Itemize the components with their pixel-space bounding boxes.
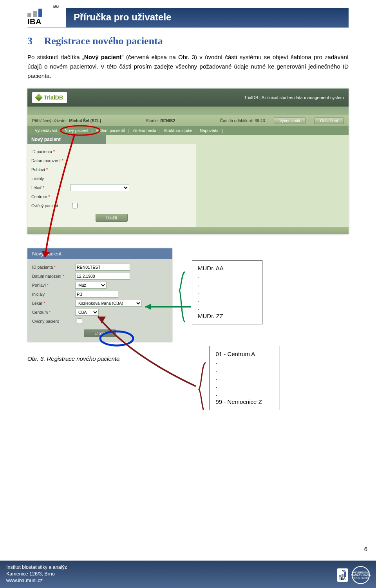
nav-share[interactable]: Sdílení pacientů [94, 128, 127, 133]
info-bar: Přihlášený uživatel: Michal Šel (SEL) St… [27, 115, 349, 126]
label-dob: Datum narození * [31, 158, 70, 163]
row2-dob: Datum narození * [32, 272, 168, 280]
select-study-button[interactable]: Vyber studii [274, 118, 306, 124]
iba-logo: MU IBA [27, 5, 59, 27]
logo-mu-text: MU [27, 5, 59, 9]
header-underline [27, 27, 349, 28]
form-footer-bar [27, 227, 349, 234]
info-time-label: Čas do odhlášení: [220, 118, 253, 123]
row2-initials: Iniciály [32, 290, 168, 298]
row-id: ID pacienta * [31, 148, 192, 156]
screenshot-filled: Nový pacient ID pacienta * Datum narozen… [27, 248, 172, 342]
label-sex: Pohlaví * [31, 167, 70, 172]
label2-doctor: Lékař * [32, 301, 75, 306]
row2-id: ID pacienta * [32, 263, 168, 271]
label2-id: ID pacienta * [32, 265, 75, 270]
label-doctor: Lékař * [31, 185, 70, 190]
row2-training: Cvičný pacient [32, 317, 168, 325]
app-topbar: TrialDB TrialDB | A clinical studies dat… [27, 89, 349, 107]
row2-doctor: Lékař * Kazlepková Ivana (CBA) [32, 299, 168, 307]
doctor-select-empty[interactable] [70, 184, 129, 191]
logout-button[interactable]: Odhlášení [314, 118, 344, 124]
panel-title-filled: Nový pacient [27, 248, 172, 259]
info-user-value: Michal Šel (SEL) [69, 118, 101, 123]
filled-screenshot-area: Nový pacient ID pacienta * Datum narozen… [27, 248, 349, 342]
row-dob: Datum narození * [31, 157, 192, 165]
footer-text: Institut biostatistiky a analýz Kamenice… [6, 564, 67, 584]
footer-logos: MU IBA UNIVERSITAS MASARYKIANA BRUNENSIS [337, 566, 370, 584]
page-footer: 6 Institut biostatistiky a analýz Kameni… [0, 561, 376, 588]
section-title: Registrace nového pacienta [44, 35, 163, 47]
section-number: 3 [27, 35, 42, 47]
info-study-label: Studie: [146, 118, 159, 123]
footer-university-seal-icon: UNIVERSITAS MASARYKIANA BRUNENSIS [352, 566, 370, 584]
label-id: ID pacienta * [31, 149, 70, 154]
patient-form-filled: ID pacienta * Datum narození * Pohlaví *… [27, 259, 172, 342]
row2-sex: Pohlaví * Muž [32, 281, 168, 289]
center-last: 99 - Nemocnice Z [215, 398, 274, 406]
training-checkbox-2[interactable] [77, 318, 82, 324]
caption-row: Obr. 3. Registrace nového pacienta 01 - … [27, 346, 349, 410]
training-checkbox[interactable] [72, 203, 78, 208]
doctor-select[interactable]: Kazlepková Ivana (CBA) [75, 300, 142, 307]
nav-password[interactable]: Změna hesla [131, 128, 158, 133]
label-initials: Iniciály [31, 176, 70, 181]
info-study-value: RENIS2 [160, 118, 175, 123]
figure-area: TrialDB TrialDB | A clinical studies dat… [27, 89, 349, 410]
label2-initials: Iniciály [32, 292, 75, 297]
row-center: Centrum * [31, 193, 192, 201]
doc-title: Příručka pro uživatele [66, 8, 349, 27]
row-sex: Pohlaví * [31, 166, 192, 174]
label-training: Cvičný pacient [31, 203, 70, 208]
section-heading: 3 Registrace nového pacienta [27, 35, 349, 47]
figure-caption: Obr. 3. Registrace nového pacienta [27, 355, 119, 362]
initials-input[interactable] [75, 291, 118, 298]
center-select[interactable]: CBA [75, 309, 99, 316]
id-input[interactable] [75, 264, 130, 271]
doctor-first: MUDr. AA [198, 264, 257, 272]
sex-select[interactable]: Muž [75, 282, 107, 289]
app-nav: |Vyhledávání| Nový pacient| Sdílení paci… [27, 126, 349, 135]
nav-structure[interactable]: Struktura studie [162, 128, 194, 133]
label2-training: Cvičný pacient [32, 319, 75, 324]
footer-iba-logo: MU IBA [337, 568, 348, 582]
doctor-callout: MUDr. AA . . . . . MUDr. ZZ [192, 260, 262, 324]
logo-iba-text: IBA [27, 17, 59, 26]
nav-new-patient[interactable]: Nový pacient [63, 128, 90, 133]
info-time-value: 39:43 [255, 118, 265, 123]
row2-center: Centrum * CBA [32, 308, 168, 316]
nav-help[interactable]: Nápověda [198, 128, 220, 133]
app-tagline: TrialDB | A clinical studies data manage… [244, 95, 344, 100]
trialdb-logo: TrialDB [32, 92, 67, 103]
diamond-icon [35, 94, 43, 101]
row-doctor: Lékař * [31, 184, 192, 192]
center-first: 01 - Centrum A [215, 350, 274, 358]
label-center: Centrum * [31, 194, 70, 199]
save-button-filled[interactable]: Uložit [84, 329, 116, 337]
page-number: 6 [364, 546, 367, 552]
nav-search[interactable]: Vyhledávání [33, 128, 59, 133]
label2-sex: Pohlaví * [32, 283, 75, 288]
logo-bars-icon [27, 9, 59, 17]
topbar-spacer [27, 107, 349, 115]
app-body: Nový pacient ID pacienta * Datum narozen… [27, 135, 349, 234]
doc-header: MU IBA Příručka pro uživatele [27, 0, 349, 27]
label2-dob: Datum narození * [32, 274, 75, 279]
intro-paragraph: Po stisknutí tlačítka „Nový pacient" (če… [27, 52, 349, 81]
row-training: Cvičný pacient [31, 202, 192, 210]
screenshot-main: TrialDB TrialDB | A clinical studies dat… [27, 89, 349, 234]
info-user-label: Přihlášený uživatel: [32, 118, 67, 123]
save-button[interactable]: Uložit [96, 214, 128, 222]
row-initials: Iniciály [31, 175, 192, 183]
patient-form: ID pacienta * Datum narození * Pohlaví *… [27, 144, 196, 227]
label2-center: Centrum * [32, 310, 75, 315]
center-callout: 01 - Centrum A . . . . . 99 - Nemocnice … [210, 346, 280, 410]
doctor-last: MUDr. ZZ [198, 312, 257, 320]
dob-input[interactable] [75, 273, 130, 280]
panel-title: Nový pacient [27, 135, 106, 144]
